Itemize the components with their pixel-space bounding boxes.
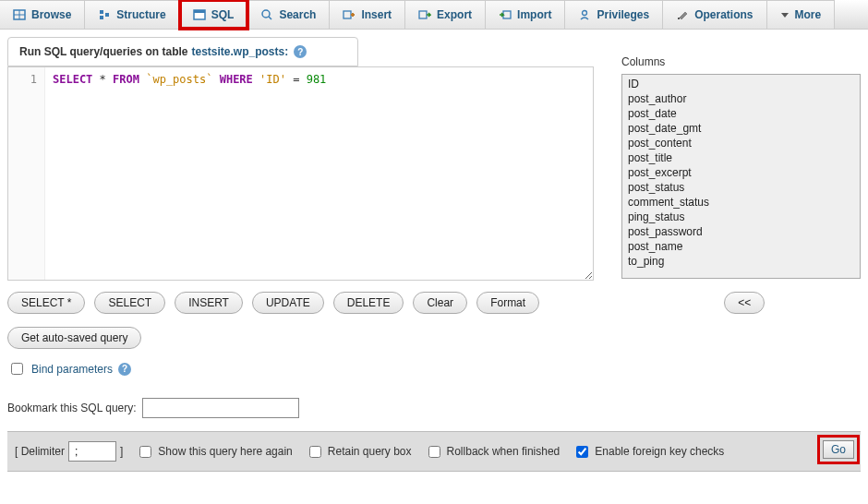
- cond-val: 981: [307, 73, 327, 86]
- insert-button[interactable]: INSERT: [175, 292, 243, 314]
- delete-button[interactable]: DELETE: [333, 292, 404, 314]
- fk-option[interactable]: Enable foreign key checks: [573, 443, 724, 461]
- query-template-buttons: SELECT * SELECT INSERT UPDATE DELETE Cle…: [7, 292, 539, 314]
- tab-operations-label: Operations: [694, 8, 753, 21]
- editor-gutter: 1: [8, 67, 45, 280]
- tab-privileges[interactable]: Privileges: [565, 0, 663, 29]
- delimiter-input[interactable]: [68, 441, 116, 462]
- search-icon: [260, 8, 273, 21]
- tab-browse[interactable]: Browse: [0, 0, 85, 29]
- table-ident: `wp_posts`: [146, 73, 212, 86]
- delimiter-label: [ Delimiter: [15, 445, 65, 458]
- column-item[interactable]: ID: [626, 77, 856, 91]
- bookmark-label: Bookmark this SQL query:: [7, 402, 137, 414]
- column-item[interactable]: post_excerpt: [626, 165, 856, 180]
- select-star-button[interactable]: SELECT *: [7, 292, 85, 314]
- svg-rect-4: [100, 16, 103, 19]
- cond-col: 'ID': [259, 73, 286, 86]
- svg-rect-16: [678, 18, 680, 19]
- svg-rect-3: [100, 10, 103, 14]
- column-item[interactable]: post_status: [626, 180, 856, 195]
- import-icon: [499, 8, 512, 21]
- editor-code[interactable]: SELECT * FROM `wp_posts` WHERE 'ID' = 98…: [45, 67, 333, 280]
- show-again-checkbox[interactable]: [139, 446, 151, 458]
- column-item[interactable]: ping_status: [626, 210, 856, 224]
- tab-import[interactable]: Import: [486, 0, 565, 29]
- query-header: Run SQL query/queries on table testsite.…: [7, 37, 358, 66]
- format-button[interactable]: Format: [476, 292, 539, 314]
- show-again-option[interactable]: Show this query here again: [136, 443, 292, 461]
- bookmark-input[interactable]: [142, 398, 299, 418]
- top-tabs: Browse Structure SQL Search Insert Expor…: [0, 0, 868, 30]
- column-back-button[interactable]: <<: [724, 292, 765, 314]
- tab-search[interactable]: Search: [247, 0, 330, 29]
- columns-title: Columns: [621, 55, 861, 68]
- column-item[interactable]: to_ping: [626, 254, 856, 269]
- column-item[interactable]: post_content: [626, 136, 856, 150]
- tab-more[interactable]: More: [767, 0, 836, 29]
- delimiter-wrap: [ Delimiter ]: [15, 441, 123, 462]
- svg-point-8: [262, 10, 270, 18]
- retain-label: Retain query box: [328, 445, 412, 458]
- column-item[interactable]: post_password: [626, 224, 856, 239]
- update-button[interactable]: UPDATE: [252, 292, 324, 314]
- target-table-link[interactable]: testsite.wp_posts:: [191, 45, 288, 58]
- bind-params-checkbox[interactable]: [11, 363, 23, 375]
- help-icon[interactable]: ?: [294, 45, 307, 58]
- query-header-prefix: Run SQL query/queries on table: [19, 45, 187, 58]
- eq: =: [293, 73, 299, 86]
- sql-panel: Run SQL query/queries on table testsite.…: [7, 37, 861, 472]
- kw-from: FROM: [113, 73, 139, 86]
- column-item[interactable]: post_date: [626, 106, 856, 121]
- kw-where: WHERE: [220, 73, 253, 86]
- footer-bar: [ Delimiter ] Show this query here again…: [7, 431, 861, 472]
- columns-panel: Columns IDpost_authorpost_datepost_date_…: [621, 55, 861, 279]
- tab-operations[interactable]: Operations: [663, 0, 766, 29]
- rollback-label: Rollback when finished: [447, 445, 561, 458]
- autosaved-query-button[interactable]: Get auto-saved query: [7, 327, 141, 349]
- svg-rect-14: [503, 11, 511, 18]
- svg-rect-10: [344, 11, 351, 18]
- tab-insert[interactable]: Insert: [330, 0, 405, 29]
- export-icon: [418, 8, 431, 21]
- column-item[interactable]: comment_status: [626, 195, 856, 210]
- tab-export[interactable]: Export: [405, 0, 486, 29]
- line-number: 1: [30, 73, 37, 86]
- tab-sql-label: SQL: [211, 8, 235, 21]
- column-item[interactable]: post_date_gmt: [626, 121, 856, 136]
- tab-more-label: More: [795, 8, 822, 21]
- svg-line-9: [269, 17, 271, 19]
- go-button[interactable]: Go: [823, 440, 854, 459]
- svg-rect-7: [194, 10, 205, 13]
- clear-button[interactable]: Clear: [413, 292, 467, 314]
- retain-checkbox[interactable]: [309, 446, 321, 458]
- privileges-icon: [578, 8, 591, 21]
- fk-checkbox[interactable]: [576, 446, 588, 458]
- retain-option[interactable]: Retain query box: [306, 443, 412, 461]
- tab-import-label: Import: [517, 8, 551, 21]
- tab-export-label: Export: [437, 8, 472, 21]
- fk-label: Enable foreign key checks: [595, 445, 724, 458]
- columns-list[interactable]: IDpost_authorpost_datepost_date_gmtpost_…: [621, 74, 861, 279]
- tab-search-label: Search: [279, 8, 316, 21]
- bind-params-label[interactable]: Bind parameters: [31, 363, 113, 376]
- rollback-option[interactable]: Rollback when finished: [425, 443, 561, 461]
- star: *: [100, 73, 106, 86]
- tab-sql[interactable]: SQL: [180, 0, 248, 29]
- go-highlight: Go: [820, 438, 857, 462]
- column-item[interactable]: post_name: [626, 239, 856, 254]
- tab-privileges-label: Privileges: [597, 8, 649, 21]
- tab-insert-label: Insert: [361, 8, 392, 21]
- column-item[interactable]: post_title: [626, 150, 856, 165]
- sql-editor[interactable]: 1 SELECT * FROM `wp_posts` WHERE 'ID' = …: [7, 66, 594, 281]
- show-again-label: Show this query here again: [158, 445, 292, 458]
- operations-icon: [676, 8, 689, 21]
- rollback-checkbox[interactable]: [428, 446, 440, 458]
- svg-rect-13: [419, 11, 427, 18]
- help-icon[interactable]: ?: [118, 363, 131, 376]
- tab-structure[interactable]: Structure: [85, 0, 179, 29]
- select-button[interactable]: SELECT: [94, 292, 165, 314]
- column-item[interactable]: post_author: [626, 91, 856, 106]
- delimiter-close: ]: [120, 445, 123, 458]
- sql-icon: [193, 8, 206, 21]
